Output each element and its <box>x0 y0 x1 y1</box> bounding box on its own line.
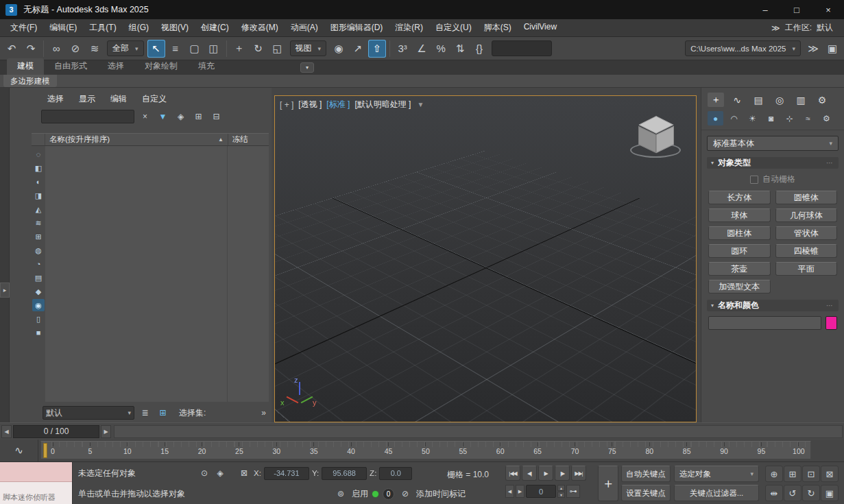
workspace-switch-icon[interactable]: ▣ <box>823 40 841 58</box>
ribbon-tab-populate[interactable]: 填充 <box>188 58 225 75</box>
menu-scripting[interactable]: 脚本(S) <box>478 19 518 36</box>
cameras-category-icon[interactable]: ◙ <box>763 111 779 125</box>
go-to-start-button[interactable]: |◀◀ <box>505 466 520 481</box>
menu-civilview[interactable]: CivilView <box>518 19 563 36</box>
tab-polygon-modeling[interactable]: 多边形建模 <box>3 75 57 87</box>
lights-category-icon[interactable]: ☀ <box>745 111 760 125</box>
object-name-input[interactable] <box>708 316 821 330</box>
snaps-toggle-icon[interactable]: 3³ <box>394 40 411 58</box>
window-crossing-icon[interactable]: ◫ <box>205 40 223 58</box>
add-time-tag-label[interactable]: 添加时间标记 <box>416 488 466 500</box>
filter-all-icon[interactable]: ◌ <box>32 148 45 160</box>
minimize-button[interactable]: – <box>749 0 781 19</box>
sort-by-layer-icon[interactable]: ≣ <box>138 406 152 420</box>
previous-key-button[interactable]: ◀ <box>505 485 514 498</box>
key-filters-button[interactable]: 关键点过滤器... <box>674 485 759 501</box>
sort-by-hierarchy-icon[interactable]: ⊞ <box>156 406 170 420</box>
display-filter-icon[interactable]: ▼ <box>156 110 170 123</box>
next-frame-button[interactable]: |▶ <box>555 466 570 481</box>
filter-hidden-icon[interactable]: ■ <box>32 326 45 339</box>
explorer-menu-display[interactable]: 显示 <box>71 91 103 107</box>
create-tab-icon[interactable]: ＋ <box>708 93 724 107</box>
menu-edit[interactable]: 编辑(E) <box>43 19 83 36</box>
filter-frozen-icon[interactable]: ▯ <box>32 313 45 325</box>
menu-views[interactable]: 视图(V) <box>155 19 195 36</box>
menu-animation[interactable]: 动画(A) <box>285 19 324 36</box>
subcategory-dropdown[interactable]: 标准基本体 ▾ <box>707 136 839 151</box>
hierarchy-tab-icon[interactable]: ▤ <box>750 93 767 107</box>
ribbon-tab-modeling[interactable]: 建模 <box>7 58 44 75</box>
primitive-box-button[interactable]: 长方体 <box>708 191 771 204</box>
select-object-icon[interactable]: ↖ <box>147 40 165 58</box>
primitive-geosphere-button[interactable]: 几何球体 <box>775 208 838 222</box>
rollout-name-and-color[interactable]: ▾ 名称和颜色 ⋯ <box>707 300 839 311</box>
panel-expander-button[interactable]: ▸ <box>0 283 10 298</box>
primitive-teapot-button[interactable]: 茶壶 <box>708 262 771 276</box>
isolate-selection-icon[interactable]: ⊙ <box>197 466 211 480</box>
explorer-overflow-icon[interactable]: » <box>261 408 266 418</box>
set-keys-button[interactable]: ＋ <box>598 466 618 501</box>
helpers-category-icon[interactable]: ⊹ <box>782 111 797 125</box>
primitive-cone-button[interactable]: 圆锥体 <box>775 191 838 204</box>
orbit-icon[interactable]: ↺ <box>784 485 801 501</box>
ribbon-collapse-toggle[interactable]: ▾ <box>300 62 314 73</box>
systems-category-icon[interactable]: ⚙ <box>819 111 834 125</box>
toolbar-overflow-icon[interactable]: ≫ <box>804 40 822 58</box>
viewcube[interactable] <box>629 110 684 163</box>
explorer-menu-customize[interactable]: 自定义 <box>134 91 174 107</box>
zoom-icon[interactable]: ⊕ <box>765 466 783 482</box>
previous-frame-button[interactable]: ◀| <box>522 466 537 481</box>
next-key-button[interactable]: ▶ <box>516 485 525 498</box>
undo-icon[interactable]: ↶ <box>3 40 21 58</box>
filter-xrefs-icon[interactable]: ◍ <box>32 244 45 256</box>
app-icon[interactable]: 3 <box>5 4 17 16</box>
bind-to-space-warp-icon[interactable]: ≋ <box>86 40 104 58</box>
filter-materials-icon[interactable]: ◆ <box>32 285 45 298</box>
maximize-button[interactable]: □ <box>781 0 812 19</box>
filter-visibility-icon[interactable]: ◉ <box>32 299 45 311</box>
time-tag-icon[interactable]: ⊘ <box>398 487 412 501</box>
filter-space-warps-icon[interactable]: ≋ <box>32 217 45 229</box>
rectangular-selection-region-icon[interactable]: ▢ <box>186 40 204 58</box>
primitive-torus-button[interactable]: 圆环 <box>708 244 771 258</box>
current-frame-marker[interactable] <box>43 443 47 458</box>
notification-count-badge[interactable]: 0 <box>383 488 394 500</box>
motion-tab-icon[interactable]: ◎ <box>771 93 788 107</box>
sync-selection-icon[interactable]: ⊞ <box>191 110 206 123</box>
utilities-tab-icon[interactable]: ⚙ <box>814 93 830 107</box>
viewport-general-menu[interactable]: [ + ] <box>280 100 293 110</box>
angle-snap-icon[interactable]: ∠ <box>413 40 431 58</box>
adaptive-degradation-icon[interactable]: ⊚ <box>334 487 348 501</box>
macro-recorder-line[interactable] <box>0 462 72 482</box>
zoom-extents-icon[interactable]: ⊡ <box>802 466 820 482</box>
auto-key-button[interactable]: 自动关键点 <box>621 466 671 482</box>
viewport-pov-menu[interactable]: [透视 ] <box>298 99 322 110</box>
column-header-name[interactable]: 名称(按升序排序) ▲ <box>45 134 228 145</box>
column-options-icon[interactable]: ⊟ <box>209 110 224 123</box>
filter-geometry-icon[interactable]: ◧ <box>32 162 45 174</box>
viewport-canvas[interactable]: [ + ] [透视 ] [标准 ] [默认明暗处理 ] ▼ x y z <box>274 95 697 422</box>
select-and-manipulate-icon[interactable]: ↗ <box>349 40 367 58</box>
rollout-object-type[interactable]: ▾ 对象类型 ⋯ <box>707 157 839 169</box>
go-to-end-button[interactable]: ▶▶| <box>571 466 586 481</box>
menu-tools[interactable]: 工具(T) <box>83 19 122 36</box>
spinner-snap-icon[interactable]: ⇅ <box>451 40 469 58</box>
orbit-subobject-icon[interactable]: ↻ <box>802 485 820 501</box>
pan-icon[interactable]: ⇹ <box>765 485 783 501</box>
absolute-offset-toggle-icon[interactable]: ⊠ <box>237 466 251 480</box>
time-slider-prev-button[interactable]: ◀ <box>1 425 12 438</box>
filter-helpers-icon[interactable]: ◭ <box>32 203 45 215</box>
keyboard-override-icon[interactable]: ⇧ <box>368 40 386 58</box>
maximize-viewport-icon[interactable]: ▣ <box>821 485 839 501</box>
x-coordinate-field[interactable] <box>264 467 309 480</box>
autogrid-checkbox[interactable] <box>750 176 758 184</box>
filter-cameras-icon[interactable]: ◨ <box>32 189 45 202</box>
explorer-menu-select[interactable]: 选择 <box>40 91 71 107</box>
primitive-tube-button[interactable]: 管状体 <box>775 226 838 240</box>
viewport-shading-menu[interactable]: [默认明暗处理 ] <box>354 99 411 110</box>
reference-coordinate-dropdown[interactable]: 视图▾ <box>290 40 327 56</box>
lock-explorer-icon[interactable]: ◈ <box>173 110 188 123</box>
menu-rendering[interactable]: 渲染(R) <box>389 19 429 36</box>
project-folder-dropdown[interactable]: C:\Users\ww...ds Max 2025▾ <box>685 40 801 56</box>
display-tab-icon[interactable]: ▥ <box>793 93 809 107</box>
